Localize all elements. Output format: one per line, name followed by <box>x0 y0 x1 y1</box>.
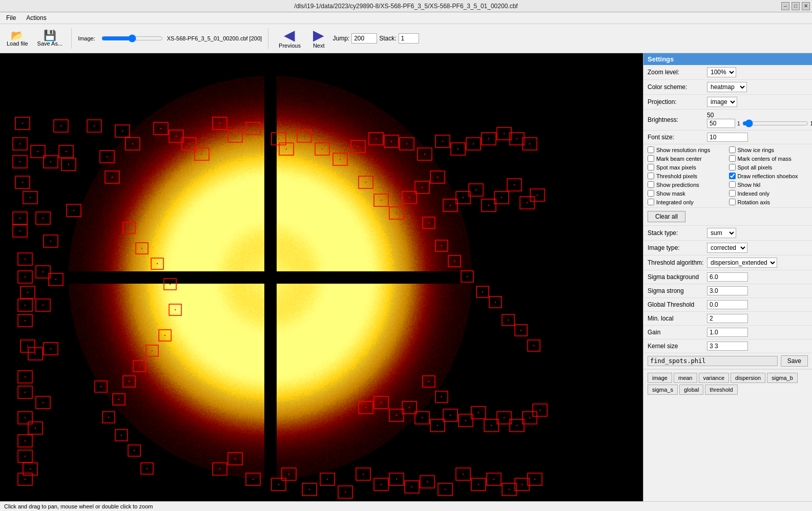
phil-save-button[interactable]: Save <box>781 355 808 367</box>
show-hkl-checkbox[interactable] <box>729 181 736 188</box>
show-predictions-checkbox[interactable] <box>648 181 654 188</box>
indexed-only-checkbox[interactable] <box>729 190 736 197</box>
show-hkl-label: Show hkl <box>738 182 761 188</box>
cb-spot-all-item: Spot all pixels <box>729 164 808 171</box>
stack-input[interactable] <box>399 33 419 44</box>
min-local-input[interactable] <box>707 314 748 323</box>
menu-file[interactable]: File <box>4 13 18 23</box>
brightness-min: 1 <box>737 121 740 126</box>
image-viewer[interactable] <box>0 53 643 501</box>
menu-bar: File Actions <box>0 12 812 24</box>
phil-row: Save <box>643 353 812 369</box>
show-ice-rings-label: Show ice rings <box>738 147 775 153</box>
show-resolution-rings-label: Show resolution rings <box>656 147 710 153</box>
menu-actions[interactable]: Actions <box>24 13 48 23</box>
checkboxes-grid: Show resolution rings Show ice rings Mar… <box>643 144 812 208</box>
indexed-only-label: Indexed only <box>738 190 769 197</box>
mark-beam-center-checkbox[interactable] <box>648 155 654 162</box>
cb-indexed-item: Indexed only <box>729 190 808 197</box>
spot-max-pixels-checkbox[interactable] <box>648 164 654 171</box>
settings-panel: Settings Zoom level: 100%50%75%150%200% … <box>643 53 812 501</box>
separator-1 <box>71 28 72 49</box>
sigma-bg-row: Sigma background <box>643 270 812 284</box>
zoom-row: Zoom level: 100%50%75%150%200% <box>643 65 812 80</box>
gain-input[interactable] <box>707 328 748 337</box>
threshold-pixels-checkbox[interactable] <box>648 173 654 179</box>
brightness-value: 50 <box>707 112 812 119</box>
threshold-pixels-label: Threshold pixels <box>656 173 697 179</box>
draw-reflection-shoebox-checkbox[interactable] <box>729 173 736 179</box>
integrated-only-checkbox[interactable] <box>648 199 654 205</box>
clear-all-button[interactable]: Clear all <box>648 211 685 222</box>
status-text: Click and drag to pan, mouse wheel or do… <box>4 503 153 509</box>
cb-integrated-item: Integrated only <box>648 199 727 205</box>
threshold-algo-select[interactable]: dispersion_extendeddispersiongainradial_… <box>707 258 777 268</box>
main-area: Settings Zoom level: 100%50%75%150%200% … <box>0 53 812 501</box>
zoom-select[interactable]: 100%50%75%150%200% <box>707 67 736 77</box>
next-button[interactable]: ▶ Next <box>309 26 329 51</box>
sigma-s-button[interactable]: sigma_s <box>648 385 678 395</box>
image-type-select[interactable]: correctedrawdifference <box>707 243 747 253</box>
variance-button[interactable]: variance <box>699 373 730 383</box>
color-select[interactable]: heatmaprainbowgrayscaleinverted <box>707 82 747 92</box>
show-mask-checkbox[interactable] <box>648 190 654 197</box>
projection-select[interactable]: imagesummax <box>707 97 737 107</box>
jump-area: Jump: Stack: <box>333 33 419 44</box>
font-size-input[interactable] <box>707 133 748 142</box>
jump-input[interactable] <box>351 33 377 44</box>
cb-predictions-item: Show predictions <box>648 181 727 188</box>
brightness-container: 50 1 1000 <box>707 112 812 128</box>
spot-all-pixels-label: Spot all pixels <box>738 164 773 171</box>
sigma-bg-input[interactable] <box>707 272 748 282</box>
show-ice-rings-checkbox[interactable] <box>729 146 736 153</box>
kernel-label: Kernel size <box>648 343 704 350</box>
mark-beam-center-label: Mark beam center <box>656 156 702 162</box>
mean-button[interactable]: mean <box>674 373 697 383</box>
color-scheme-row: Color scheme: heatmaprainbowgrayscaleinv… <box>643 80 812 95</box>
dispersion-button[interactable]: dispersion <box>731 373 765 383</box>
show-resolution-rings-checkbox[interactable] <box>648 146 654 153</box>
image-slider[interactable] <box>101 34 163 42</box>
stack-label: Stack: <box>379 35 396 42</box>
maximize-button[interactable]: □ <box>792 2 800 10</box>
settings-header: Settings <box>643 53 812 65</box>
integrated-only-label: Integrated only <box>656 199 694 205</box>
projection-row: Projection: imagesummax <box>643 95 812 110</box>
prev-arrow-icon: ◀ <box>284 28 295 42</box>
rotation-axis-label: Rotation axis <box>738 199 771 205</box>
brightness-label: Brightness: <box>648 116 704 123</box>
sigma-b-button[interactable]: sigma_b <box>767 373 798 383</box>
phil-file-input[interactable] <box>648 356 778 366</box>
clear-all-row: Clear all <box>643 208 812 226</box>
global-thresh-row: Global Threshold <box>643 298 812 312</box>
jump-label: Jump: <box>333 35 350 42</box>
rotation-axis-checkbox[interactable] <box>729 199 736 205</box>
bottom-buttons: image mean variance dispersion sigma_b s… <box>643 369 812 398</box>
cb-beam-center-item: Mark beam center <box>648 155 727 162</box>
mark-centers-mass-checkbox[interactable] <box>729 155 736 162</box>
projection-label: Projection: <box>648 98 704 105</box>
load-file-button[interactable]: 📂 Load file <box>4 29 31 48</box>
spot-max-pixels-label: Spot max pixels <box>656 164 696 171</box>
spot-all-pixels-checkbox[interactable] <box>729 164 736 171</box>
global-button[interactable]: global <box>679 385 703 395</box>
image-type-label: Image type: <box>648 244 704 251</box>
previous-button[interactable]: ◀ Previous <box>275 26 305 51</box>
stack-type-select[interactable]: summaxmean <box>707 228 736 238</box>
cb-ice-rings-item: Show ice rings <box>729 146 808 153</box>
cb-draw-reflection-item: Draw reflection shoebox <box>729 173 808 179</box>
brightness-slider[interactable] <box>742 119 808 127</box>
cb-spot-max-item: Spot max pixels <box>648 164 727 171</box>
gain-label: Gain <box>648 329 704 336</box>
minimize-button[interactable]: – <box>781 2 789 10</box>
save-as-button[interactable]: 💾 Save As... <box>35 29 66 48</box>
brightness-input[interactable] <box>707 119 735 128</box>
global-thresh-input[interactable] <box>707 300 748 309</box>
kernel-input[interactable] <box>707 342 748 351</box>
close-button[interactable]: ✕ <box>802 2 810 10</box>
save-icon: 💾 <box>44 30 56 40</box>
image-button[interactable]: image <box>648 373 672 383</box>
sigma-strong-input[interactable] <box>707 286 748 295</box>
image-type-row: Image type: correctedrawdifference <box>643 241 812 256</box>
threshold-button[interactable]: threshold <box>705 385 737 395</box>
